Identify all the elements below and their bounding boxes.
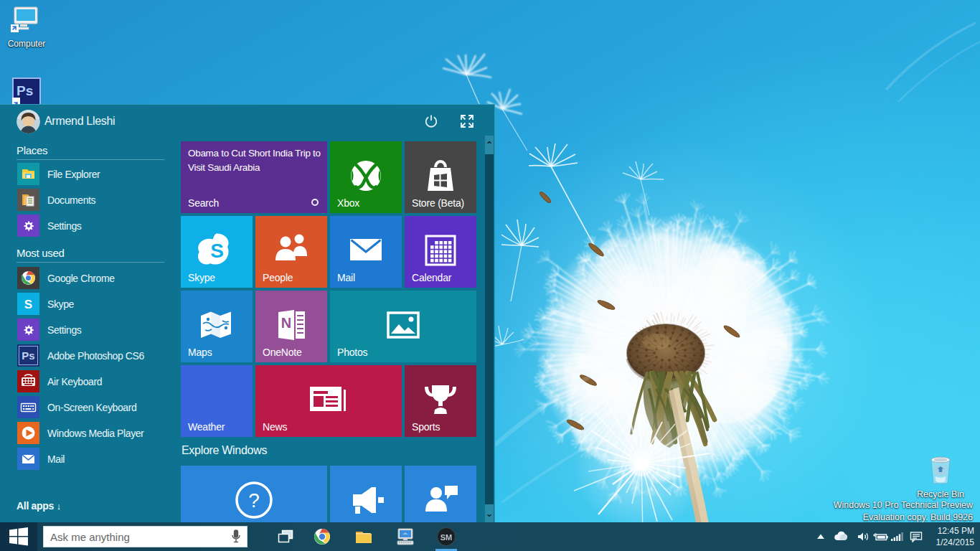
svg-text:S: S bbox=[210, 240, 224, 262]
svg-text:S: S bbox=[24, 298, 32, 311]
svg-text:N: N bbox=[281, 315, 291, 331]
svg-text:SM: SM bbox=[440, 533, 453, 542]
svg-text:?: ? bbox=[248, 489, 260, 512]
